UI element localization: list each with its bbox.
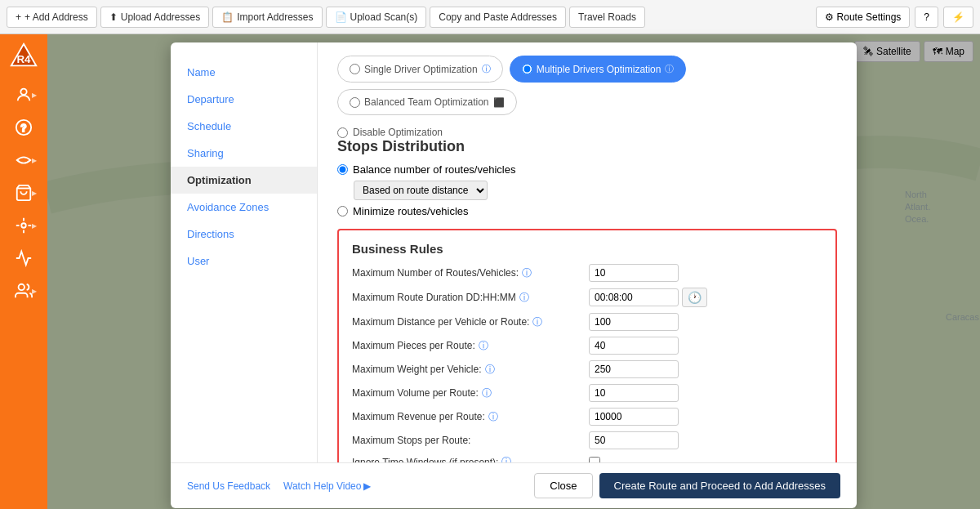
import-icon: 📋	[221, 11, 234, 23]
nav-optimization[interactable]: Optimization	[171, 167, 317, 194]
modal-footer: Send Us Feedback Watch Help Video ▶ Clos…	[171, 462, 857, 508]
import-addresses-button[interactable]: 📋 Import Addresses	[212, 7, 322, 28]
nav-name[interactable]: Name	[171, 59, 317, 86]
modal-nav: Name Departure Schedule Sharing Optimiza…	[171, 42, 318, 462]
ignore-time-windows-checkbox[interactable]	[589, 457, 600, 463]
nav-avoidance[interactable]: Avoidance Zones	[171, 194, 317, 221]
ignore-time-windows-row: Ignore Time Windows (if present): ⓘ	[352, 455, 822, 462]
close-button[interactable]: Close	[534, 473, 592, 498]
nav-schedule[interactable]: Schedule	[171, 113, 317, 140]
footer-buttons: Close Create Route and Proceed to Add Ad…	[534, 473, 840, 498]
add-address-button[interactable]: + + Add Address	[7, 7, 97, 28]
help-icon-multiple: ⓘ	[665, 63, 674, 75]
settings-modal: Name Departure Schedule Sharing Optimiza…	[171, 42, 857, 508]
clock-button[interactable]: 🕐	[682, 288, 707, 307]
upload-icon: ⬆	[109, 11, 118, 23]
top-toolbar: + + Add Address ⬆ Upload Addresses 📋 Imp…	[0, 0, 980, 34]
business-rules-box: Business Rules Maximum Number of Routes/…	[337, 229, 837, 462]
max-volume-input[interactable]	[589, 384, 679, 402]
travel-roads-button[interactable]: Travel Roads	[569, 7, 645, 28]
help-video-link[interactable]: Watch Help Video ▶	[283, 480, 371, 492]
plus-icon: +	[16, 11, 21, 23]
settings-icon: ⚙	[825, 11, 834, 23]
max-weight-label: Maximum Weight per Vehicle: ⓘ	[352, 363, 589, 377]
max-pieces-input[interactable]	[589, 337, 679, 355]
help-icon-duration: ⓘ	[519, 291, 529, 305]
nav-directions[interactable]: Directions	[171, 221, 317, 248]
svg-point-2	[20, 89, 26, 95]
max-revenue-label: Maximum Revenue per Route: ⓘ	[352, 410, 589, 424]
balance-routes-row: Balance number of routes/vehicles	[337, 163, 837, 176]
max-duration-input[interactable]	[589, 288, 679, 306]
balance-dropdown[interactable]: Based on route distance	[354, 181, 488, 200]
max-distance-input[interactable]	[589, 313, 679, 331]
help-icon-distance: ⓘ	[532, 315, 542, 329]
max-revenue-input[interactable]	[589, 408, 679, 426]
max-weight-input[interactable]	[589, 360, 679, 378]
feedback-link[interactable]: Send Us Feedback	[187, 480, 270, 492]
help-icon-single: ⓘ	[482, 63, 491, 75]
max-distance-row: Maximum Distance per Vehicle or Route: ⓘ	[352, 313, 822, 331]
minimize-routes-row: Minimize routes/vehicles	[337, 205, 837, 217]
max-duration-row: Maximum Route Duration DD:HH:MM ⓘ 🕐	[352, 288, 822, 307]
max-routes-label: Maximum Number of Routes/Vehicles: ⓘ	[352, 266, 589, 280]
max-revenue-row: Maximum Revenue per Route: ⓘ	[352, 408, 822, 426]
multiple-drivers-radio[interactable]	[522, 64, 532, 74]
upload-addresses-button[interactable]: ⬆ Upload Addresses	[100, 7, 209, 28]
help-icon-revenue: ⓘ	[488, 410, 498, 424]
sidebar-help-icon[interactable]: ?	[9, 113, 38, 142]
max-stops-row: Maximum Stops per Route:	[352, 431, 822, 449]
max-volume-label: Maximum Volume per Route: ⓘ	[352, 386, 589, 400]
max-routes-row: Maximum Number of Routes/Vehicles: ⓘ	[352, 264, 822, 282]
balance-routes-radio[interactable]	[337, 164, 348, 175]
svg-text:R4: R4	[17, 53, 32, 65]
route-settings-button[interactable]: ⚙ Route Settings	[816, 7, 911, 28]
nav-sharing[interactable]: Sharing	[171, 140, 317, 167]
help-button[interactable]: ?	[915, 7, 938, 28]
sidebar-analytics-icon[interactable]	[9, 243, 38, 273]
business-rules-title: Business Rules	[352, 242, 822, 256]
max-pieces-row: Maximum Pieces per Route: ⓘ	[352, 337, 822, 355]
balanced-team-tab[interactable]: Balanced Team Optimization ⬛	[337, 89, 517, 115]
balanced-team-radio[interactable]	[350, 97, 360, 108]
single-driver-tab[interactable]: Single Driver Optimization ⓘ	[337, 56, 503, 83]
nav-user[interactable]: User	[171, 248, 317, 275]
max-distance-label: Maximum Distance per Vehicle or Route: ⓘ	[352, 315, 589, 329]
sidebar-route-icon[interactable]	[9, 145, 38, 175]
multiple-drivers-tab[interactable]: Multiple Drivers Optimization ⓘ	[510, 56, 687, 83]
help-icon-routes: ⓘ	[522, 266, 532, 280]
create-route-button[interactable]: Create Route and Proceed to Add Addresse…	[599, 473, 840, 498]
sidebar-tracking-icon[interactable]	[9, 211, 38, 240]
max-pieces-label: Maximum Pieces per Route: ⓘ	[352, 339, 589, 353]
modal-overlay: Name Departure Schedule Sharing Optimiza…	[47, 34, 980, 509]
flash-button[interactable]: ⚡	[943, 7, 973, 28]
max-duration-label: Maximum Route Duration DD:HH:MM ⓘ	[352, 291, 589, 305]
svg-text:?: ?	[20, 123, 26, 134]
help-icon-weight: ⓘ	[485, 363, 495, 377]
max-volume-row: Maximum Volume per Route: ⓘ	[352, 384, 822, 402]
modal-content-area: Single Driver Optimization ⓘ Multiple Dr…	[318, 42, 857, 462]
optimization-tabs: Single Driver Optimization ⓘ Multiple Dr…	[337, 56, 837, 115]
max-weight-row: Maximum Weight per Vehicle: ⓘ	[352, 360, 822, 378]
max-stops-label: Maximum Stops per Route:	[352, 435, 589, 446]
sidebar-users-icon[interactable]	[9, 80, 38, 109]
upload-scans-button[interactable]: 📄 Upload Scan(s)	[326, 7, 427, 28]
help-icon-volume: ⓘ	[482, 386, 492, 400]
sidebar-cart-icon[interactable]	[9, 178, 38, 208]
stops-distribution-section: Stops Distribution Balance number of rou…	[337, 138, 837, 217]
scan-icon: 📄	[335, 11, 347, 23]
app-logo[interactable]: R4	[8, 41, 39, 72]
duration-input-wrap: 🕐	[589, 288, 707, 307]
max-stops-input[interactable]	[589, 431, 679, 449]
disable-optimization-row: Disable Optimization	[337, 127, 837, 138]
copy-paste-button[interactable]: Copy and Paste Addresses	[430, 7, 566, 28]
disable-optimization-radio[interactable]	[337, 127, 348, 138]
help-icon-balanced: ⬛	[493, 97, 505, 108]
single-driver-radio[interactable]	[350, 64, 360, 74]
max-routes-input[interactable]	[589, 264, 679, 282]
minimize-routes-radio[interactable]	[337, 206, 348, 217]
svg-point-6	[21, 223, 26, 228]
nav-departure[interactable]: Departure	[171, 86, 317, 113]
svg-point-7	[19, 284, 24, 290]
sidebar-team-icon[interactable]	[9, 276, 38, 306]
